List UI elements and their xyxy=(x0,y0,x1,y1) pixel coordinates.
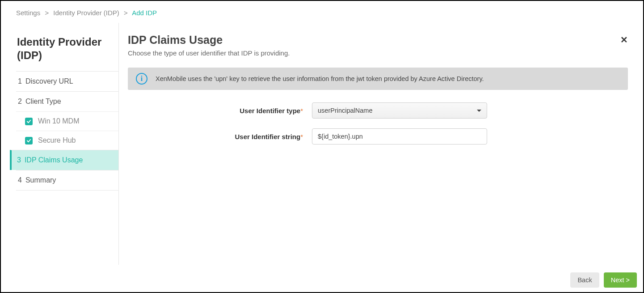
breadcrumb: Settings > Identity Provider (IDP) > Add… xyxy=(1,1,643,23)
step-num: 3 xyxy=(17,156,21,164)
step-label: Summary xyxy=(25,176,56,184)
label-user-identifier-type: User Identifier type* xyxy=(128,107,305,115)
wizard-sidebar: Identity Provider (IDP) 1Discovery URL 2… xyxy=(10,23,119,265)
step-num: 1 xyxy=(18,77,22,85)
select-value: userPrincipalName xyxy=(318,107,373,114)
info-text: XenMobile uses the 'upn' key to retrieve… xyxy=(156,75,484,82)
step-num: 2 xyxy=(18,98,22,105)
chevron-down-icon xyxy=(477,110,481,112)
breadcrumb-item-settings[interactable]: Settings xyxy=(16,9,40,17)
subitem-label: Win 10 MDM xyxy=(38,117,79,125)
info-banner: i XenMobile uses the 'upn' key to retrie… xyxy=(128,68,628,90)
back-button[interactable]: Back xyxy=(570,272,599,288)
breadcrumb-sep: > xyxy=(45,9,49,17)
page-subtitle: Choose the type of user identifier that … xyxy=(128,49,628,57)
step-num: 4 xyxy=(18,176,22,184)
checkbox-checked-icon xyxy=(25,137,33,144)
next-button[interactable]: Next > xyxy=(604,272,637,288)
page-title: IDP Claims Usage xyxy=(128,34,628,47)
subitem-win10-mdm[interactable]: Win 10 MDM xyxy=(16,111,118,131)
step-label: IDP Claims Usage xyxy=(25,156,83,164)
sidebar-title: Identity Provider (IDP) xyxy=(16,35,118,71)
subitem-secure-hub[interactable]: Secure Hub xyxy=(16,131,118,150)
label-user-identifier-string: User Identifier string* xyxy=(128,133,305,140)
subitem-label: Secure Hub xyxy=(38,136,76,144)
breadcrumb-sep: > xyxy=(124,9,128,17)
step-discovery-url[interactable]: 1Discovery URL xyxy=(16,71,118,91)
close-icon[interactable]: ✕ xyxy=(620,34,628,45)
info-icon: i xyxy=(136,73,147,85)
step-label: Discovery URL xyxy=(25,77,73,85)
footer-actions: Back Next > xyxy=(570,272,637,288)
row-user-identifier-type: User Identifier type* userPrincipalName xyxy=(128,102,628,119)
step-label: Client Type xyxy=(25,98,61,105)
row-user-identifier-string: User Identifier string* xyxy=(128,128,628,144)
step-idp-claims-usage[interactable]: 3IDP Claims Usage xyxy=(10,150,118,170)
select-user-identifier-type[interactable]: userPrincipalName xyxy=(312,102,487,119)
input-user-identifier-string[interactable] xyxy=(312,128,487,144)
breadcrumb-item-current: Add IDP xyxy=(132,9,157,17)
main-panel: ✕ IDP Claims Usage Choose the type of us… xyxy=(119,23,634,265)
breadcrumb-item-idp[interactable]: Identity Provider (IDP) xyxy=(53,9,119,17)
step-client-type[interactable]: 2Client Type xyxy=(16,91,118,111)
step-summary[interactable]: 4Summary xyxy=(16,170,118,191)
checkbox-checked-icon xyxy=(25,118,33,125)
